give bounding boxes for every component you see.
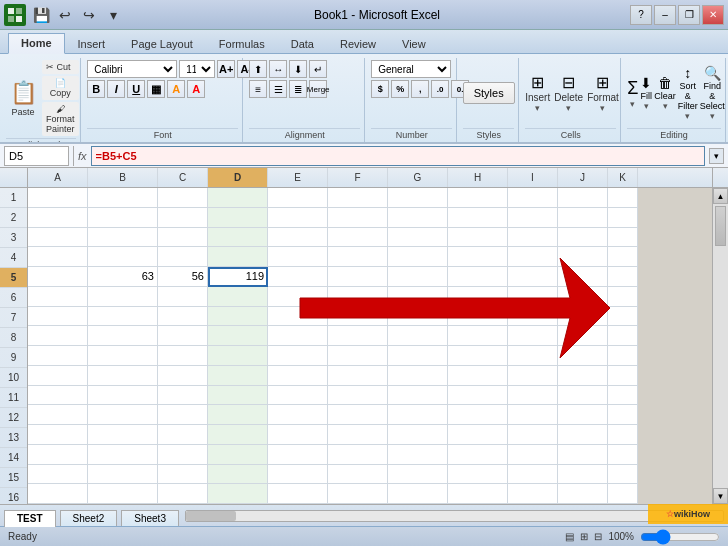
col-header-f[interactable]: F	[328, 168, 388, 187]
col-header-h[interactable]: H	[448, 168, 508, 187]
cell-c15[interactable]	[158, 465, 208, 485]
cell-j11[interactable]	[558, 386, 608, 406]
autosum-btn[interactable]: Σ ▾	[627, 78, 638, 109]
scroll-thumb[interactable]	[715, 206, 726, 246]
cell-k11[interactable]	[608, 386, 638, 406]
cell-c9[interactable]	[158, 346, 208, 366]
cell-c7[interactable]	[158, 307, 208, 327]
save-quick-btn[interactable]: 💾	[30, 4, 52, 26]
cell-a4[interactable]	[28, 247, 88, 267]
cell-j12[interactable]	[558, 405, 608, 425]
redo-quick-btn[interactable]: ↪	[78, 4, 100, 26]
cell-j2[interactable]	[558, 208, 608, 228]
cell-i2[interactable]	[508, 208, 558, 228]
cell-k13[interactable]	[608, 425, 638, 445]
align-right-btn[interactable]: ≣	[289, 80, 307, 98]
tab-insert[interactable]: Insert	[65, 34, 119, 53]
col-header-g[interactable]: G	[388, 168, 448, 187]
sheet-tab-test[interactable]: TEST	[4, 510, 56, 527]
cell-d7[interactable]	[208, 307, 268, 327]
cell-h9[interactable]	[448, 346, 508, 366]
col-header-j[interactable]: J	[558, 168, 608, 187]
cell-g4[interactable]	[388, 247, 448, 267]
cell-e14[interactable]	[268, 445, 328, 465]
comma-btn[interactable]: ,	[411, 80, 429, 98]
cell-f8[interactable]	[328, 326, 388, 346]
cell-h3[interactable]	[448, 228, 508, 248]
cell-i16[interactable]	[508, 484, 558, 504]
cell-k3[interactable]	[608, 228, 638, 248]
cell-d10[interactable]	[208, 366, 268, 386]
number-format-select[interactable]: General	[371, 60, 451, 78]
cell-e15[interactable]	[268, 465, 328, 485]
cell-h16[interactable]	[448, 484, 508, 504]
cell-g1[interactable]	[388, 188, 448, 208]
cell-a9[interactable]	[28, 346, 88, 366]
cell-j10[interactable]	[558, 366, 608, 386]
cell-b12[interactable]	[88, 405, 158, 425]
view-layout-btn[interactable]: ⊞	[580, 531, 588, 542]
cell-k15[interactable]	[608, 465, 638, 485]
cell-a1[interactable]	[28, 188, 88, 208]
cell-j15[interactable]	[558, 465, 608, 485]
row-header-14[interactable]: 14	[0, 448, 27, 468]
cell-k4[interactable]	[608, 247, 638, 267]
cell-b14[interactable]	[88, 445, 158, 465]
cell-e6[interactable]	[268, 287, 328, 307]
cell-g7[interactable]	[388, 307, 448, 327]
scroll-up-btn[interactable]: ▲	[713, 188, 728, 204]
cell-c12[interactable]	[158, 405, 208, 425]
cell-c4[interactable]	[158, 247, 208, 267]
cell-e11[interactable]	[268, 386, 328, 406]
row-header-8[interactable]: 8	[0, 328, 27, 348]
cell-d4[interactable]	[208, 247, 268, 267]
cell-i8[interactable]	[508, 326, 558, 346]
formula-input[interactable]	[91, 146, 705, 166]
col-header-e[interactable]: E	[268, 168, 328, 187]
cell-h15[interactable]	[448, 465, 508, 485]
tab-review[interactable]: Review	[327, 34, 389, 53]
cell-i7[interactable]	[508, 307, 558, 327]
cell-h7[interactable]	[448, 307, 508, 327]
align-mid-btn[interactable]: ↔	[269, 60, 287, 78]
cell-h6[interactable]	[448, 287, 508, 307]
cell-i14[interactable]	[508, 445, 558, 465]
cell-e13[interactable]	[268, 425, 328, 445]
merge-btn[interactable]: Merge	[309, 80, 327, 98]
find-select-btn[interactable]: 🔍 Find & Select ▾	[700, 65, 725, 121]
cell-k16[interactable]	[608, 484, 638, 504]
cell-e5[interactable]	[268, 267, 328, 287]
cell-a13[interactable]	[28, 425, 88, 445]
fill-btn[interactable]: ⬇ Fill ▾	[640, 75, 652, 111]
cell-f5[interactable]	[328, 267, 388, 287]
row-header-11[interactable]: 11	[0, 388, 27, 408]
cell-f13[interactable]	[328, 425, 388, 445]
cell-c1[interactable]	[158, 188, 208, 208]
scroll-down-btn[interactable]: ▼	[713, 488, 728, 504]
fill-color-btn[interactable]: A	[167, 80, 185, 98]
tab-page-layout[interactable]: Page Layout	[118, 34, 206, 53]
col-header-i[interactable]: I	[508, 168, 558, 187]
cell-c8[interactable]	[158, 326, 208, 346]
cell-f4[interactable]	[328, 247, 388, 267]
cell-a12[interactable]	[28, 405, 88, 425]
tab-home[interactable]: Home	[8, 33, 65, 54]
cell-k2[interactable]	[608, 208, 638, 228]
row-header-15[interactable]: 15	[0, 468, 27, 488]
vertical-scrollbar[interactable]: ▲ ▼	[712, 188, 728, 504]
col-header-c[interactable]: C	[158, 168, 208, 187]
row-header-7[interactable]: 7	[0, 308, 27, 328]
row-header-13[interactable]: 13	[0, 428, 27, 448]
cell-c6[interactable]	[158, 287, 208, 307]
cell-g16[interactable]	[388, 484, 448, 504]
cell-e7[interactable]	[268, 307, 328, 327]
cell-e3[interactable]	[268, 228, 328, 248]
cell-f16[interactable]	[328, 484, 388, 504]
cell-k12[interactable]	[608, 405, 638, 425]
row-header-16[interactable]: 16	[0, 488, 27, 504]
cell-g9[interactable]	[388, 346, 448, 366]
cell-d11[interactable]	[208, 386, 268, 406]
cell-b2[interactable]	[88, 208, 158, 228]
cell-g2[interactable]	[388, 208, 448, 228]
cell-e2[interactable]	[268, 208, 328, 228]
